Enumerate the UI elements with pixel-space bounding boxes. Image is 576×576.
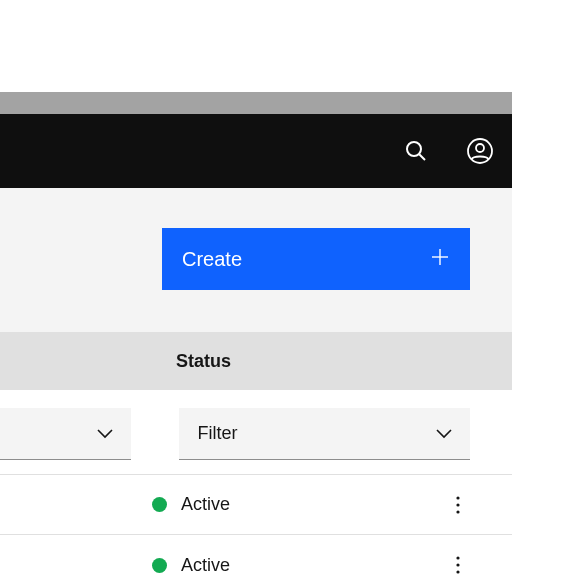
svg-point-9	[456, 556, 459, 559]
overflow-menu-icon[interactable]	[446, 556, 470, 574]
svg-point-11	[456, 570, 459, 573]
svg-point-8	[456, 510, 459, 513]
svg-point-7	[456, 503, 459, 506]
create-button[interactable]: Create	[162, 228, 470, 290]
overflow-menu-icon[interactable]	[446, 496, 470, 514]
app-header	[0, 114, 512, 188]
filters-row: Filter	[0, 390, 512, 474]
search-icon[interactable]	[396, 131, 436, 171]
status-cell: Active	[152, 555, 230, 576]
svg-point-10	[456, 563, 459, 566]
status-label: Active	[181, 555, 230, 576]
table-row[interactable]: Active	[0, 535, 512, 576]
plus-icon	[430, 247, 450, 272]
chevron-down-icon	[97, 429, 113, 439]
user-icon[interactable]	[460, 131, 500, 171]
svg-point-6	[456, 496, 459, 499]
column-header-status: Status	[0, 332, 512, 390]
chevron-down-icon	[436, 429, 452, 439]
create-button-label: Create	[182, 248, 242, 271]
svg-point-3	[476, 144, 484, 152]
status-cell: Active	[152, 494, 230, 515]
table-body: Active Active	[0, 474, 512, 576]
main-content: Create Status Filter	[0, 188, 512, 576]
svg-line-1	[419, 154, 425, 160]
filter-label: Filter	[197, 423, 237, 444]
status-dot-icon	[152, 497, 167, 512]
toolbar-area: Create	[0, 188, 512, 332]
filter-dropdown-2[interactable]: Filter	[179, 408, 470, 460]
column-header-label: Status	[176, 351, 231, 372]
status-label: Active	[181, 494, 230, 515]
filter-dropdown-1[interactable]	[0, 408, 131, 460]
window-frame-top	[0, 92, 512, 114]
table-row[interactable]: Active	[0, 474, 512, 535]
svg-point-0	[407, 142, 421, 156]
status-dot-icon	[152, 558, 167, 573]
